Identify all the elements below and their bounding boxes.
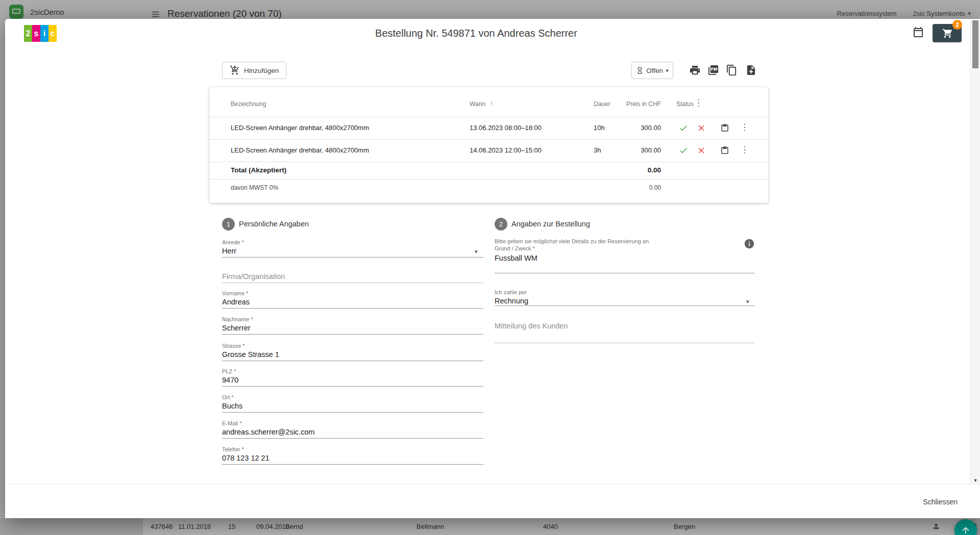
logo-block-i: i (40, 25, 48, 42)
logo-block-2: 2 (24, 25, 32, 42)
email-label: E-Mail * (222, 420, 242, 426)
anrede-select[interactable]: Herr (222, 247, 236, 255)
vat-label: davon MWST 0% (231, 184, 278, 191)
zahlung-label: Ich zahle per (495, 289, 527, 295)
info-icon[interactable] (744, 238, 755, 249)
col-header-status: Status (676, 100, 694, 108)
status-filter-dropdown[interactable]: Offen ▾ (631, 62, 673, 79)
email-field[interactable]: andreas.scherrer@2sic.com (222, 428, 315, 436)
zweck-hint-line2: Grund / Zweck * (495, 245, 535, 251)
copy-icon[interactable] (726, 64, 738, 76)
col-header-preis: Preis in CHF (626, 100, 661, 108)
print-icon[interactable] (689, 64, 701, 76)
cart-icon (942, 28, 953, 39)
zahlung-select[interactable]: Rechnung (495, 297, 528, 305)
firma-field[interactable]: Firma/Organisation (222, 272, 285, 281)
mitteilung-field[interactable]: Mitteilung des Kunden (495, 322, 568, 330)
vorname-label: Vorname * (222, 290, 248, 296)
chevron-down-icon: ▾ (666, 67, 669, 74)
chevron-down-icon[interactable]: ▾ (475, 248, 478, 255)
cart-badge: 2 (952, 20, 962, 30)
telefon-label: Telefon * (222, 446, 244, 452)
protocol-clipboard-icon[interactable] (720, 146, 729, 155)
hourglass-icon (636, 67, 644, 74)
reject-close-icon[interactable] (697, 123, 706, 133)
2sic-logo: 2 s i c (24, 25, 57, 42)
add-item-button[interactable]: Hinzufügen (222, 62, 286, 79)
pdf-icon[interactable] (707, 64, 719, 76)
zweck-field[interactable]: Fussball WM (495, 254, 537, 262)
plz-label: PLZ * (222, 368, 236, 374)
strasse-field[interactable]: Grosse Strasse 1 (222, 350, 279, 359)
ort-field[interactable]: Buchs (222, 402, 242, 410)
accept-check-icon[interactable] (679, 123, 688, 133)
step-2-circle: 2 (495, 218, 507, 231)
nachname-label: Nachname * (222, 316, 253, 322)
order-dialog: 2 s i c Bestellung Nr. 549871 von Andrea… (5, 19, 980, 518)
order-items-table: Bezeichnung Wann ↑ Dauer Preis in CHF St… (209, 87, 768, 203)
anrede-label: Anrede * (222, 239, 244, 245)
total-value: 0.00 (648, 166, 661, 174)
chevron-down-icon[interactable]: ▾ (746, 298, 749, 305)
add-item-label: Hinzufügen (244, 67, 279, 74)
ort-label: Ort * (222, 394, 234, 400)
status-filter-label: Offen (646, 67, 663, 74)
step-2-title: Angaben zur Bestellung (511, 220, 590, 228)
step-1-title: Persönliche Angaben (239, 220, 309, 228)
scroll-down-icon[interactable]: ▼ (971, 478, 980, 483)
scrollbar-thumb[interactable] (972, 20, 978, 68)
accept-check-icon[interactable] (679, 146, 688, 155)
logo-block-s: s (32, 25, 40, 42)
col-header-wann[interactable]: Wann (470, 100, 485, 108)
row-menu-icon[interactable]: ⋮ (740, 123, 749, 132)
arrow-up-icon (961, 525, 971, 535)
reject-close-icon[interactable] (697, 146, 706, 155)
dialog-footer: Schliessen (5, 484, 980, 518)
vorname-field[interactable]: Andreas (222, 298, 250, 306)
calendar-icon[interactable] (912, 27, 924, 39)
plz-field[interactable]: 9470 (222, 376, 238, 384)
total-label: Total (Akzeptiert) (231, 166, 286, 174)
row-menu-icon[interactable]: ⋮ (740, 145, 749, 155)
dialog-scrollbar[interactable]: ▼ (970, 19, 980, 484)
protocol-clipboard-icon[interactable] (720, 123, 729, 133)
zweck-hint-line1: Bitte geben sie möglichst viele Details … (495, 238, 649, 244)
strasse-label: Strasse * (222, 343, 245, 349)
sort-ascending-icon[interactable]: ↑ (490, 100, 493, 107)
step-1-circle: 1 (222, 218, 235, 231)
dialog-title: Bestellung Nr. 549871 von Andreas Scherr… (375, 28, 577, 39)
col-header-dauer: Dauer (594, 100, 610, 108)
logo-block-c: c (48, 25, 57, 42)
note-add-icon[interactable] (745, 64, 757, 76)
nachname-field[interactable]: Scherrer (222, 324, 251, 332)
col-header-bezeichnung: Bezeichnung (231, 100, 266, 108)
vat-value: 0.00 (649, 184, 661, 191)
close-button[interactable]: Schliessen (916, 493, 965, 511)
add-shopping-cart-icon (230, 65, 240, 75)
column-options-icon[interactable]: ⋮ (694, 98, 703, 108)
telefon-field[interactable]: 078 123 12 21 (222, 454, 270, 462)
